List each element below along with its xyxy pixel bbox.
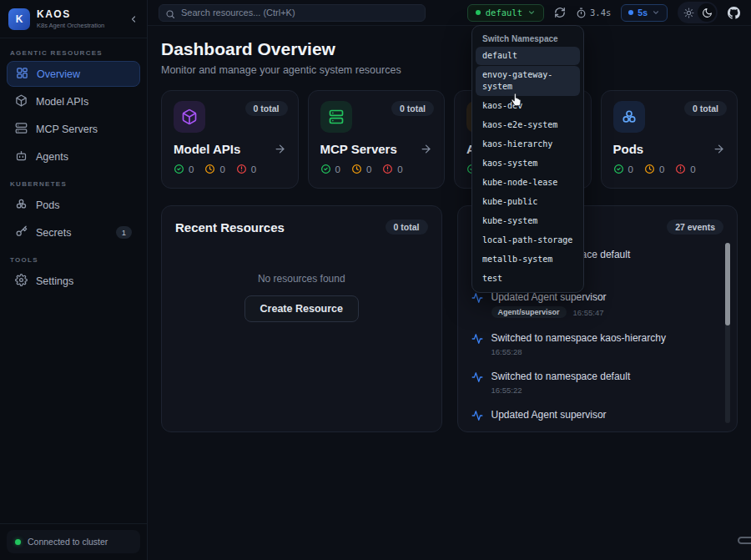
pods-icon xyxy=(613,101,645,133)
scrollbar-thumb[interactable] xyxy=(725,243,730,325)
sidebar-item-label: Model APIs xyxy=(36,96,88,108)
chevron-down-icon xyxy=(527,8,536,17)
dark-mode-button[interactable] xyxy=(698,3,716,22)
activity-pulse-icon xyxy=(471,410,483,425)
activity-pulse-icon xyxy=(471,292,483,318)
sidebar-item-label: Overview xyxy=(37,68,80,80)
sidebar-item-overview[interactable]: Overview xyxy=(7,61,140,87)
namespace-option-kaos-dev[interactable]: kaos-dev xyxy=(476,97,580,115)
namespace-option-kaos-hierarchy[interactable]: kaos-hierarchy xyxy=(476,135,580,154)
warn-count: 0 xyxy=(366,164,371,174)
namespace-value: default xyxy=(486,8,522,18)
sidebar-item-agents[interactable]: Agents xyxy=(7,144,140,169)
alert-circle-icon xyxy=(382,164,393,174)
activity-pulse-icon xyxy=(471,333,483,356)
event-time: 16:55:47 xyxy=(573,308,604,317)
gear-icon xyxy=(15,274,28,289)
clock-icon xyxy=(644,164,655,174)
chevron-down-icon xyxy=(652,8,660,17)
cube-icon xyxy=(174,101,205,133)
topbar: default 3.4s 5s xyxy=(148,0,751,26)
sidebar-item-label: Agents xyxy=(36,151,68,163)
search-box xyxy=(159,4,426,22)
refresh-icon[interactable] xyxy=(554,7,566,18)
namespace-dropdown: Switch Namespace default envoy-gateway-s… xyxy=(471,25,584,293)
namespace-option-default[interactable]: default xyxy=(476,47,580,65)
check-circle-icon xyxy=(174,164,184,174)
event-text: Updated Agent supervisor xyxy=(491,291,607,303)
status-dot-icon xyxy=(15,539,21,545)
panel-title: Recent Resources xyxy=(175,220,285,235)
namespace-option-kaos-system[interactable]: kaos-system xyxy=(476,154,580,173)
sidebar-footer: Connected to cluster xyxy=(0,523,147,560)
sidebar-item-settings[interactable]: Settings xyxy=(7,268,140,294)
namespace-option-local-path-storage[interactable]: local-path-storage xyxy=(476,231,580,250)
search-icon xyxy=(165,8,175,23)
clock-icon xyxy=(351,164,362,174)
cube-icon xyxy=(15,94,28,109)
light-mode-button[interactable] xyxy=(679,3,698,22)
namespace-option-kube-public[interactable]: kube-public xyxy=(476,193,580,211)
sidebar-item-label: Secrets xyxy=(36,227,71,239)
dropdown-title: Switch Namespace xyxy=(476,29,580,47)
card-title: Pods xyxy=(613,142,644,156)
interval-status-dot-icon xyxy=(628,10,633,15)
namespace-option-envoy-gateway-system[interactable]: envoy-gateway-system xyxy=(476,66,580,96)
stat-card-pods[interactable]: 0 total Pods 0 0 0 xyxy=(601,90,738,189)
github-icon[interactable] xyxy=(728,7,740,19)
clock-icon xyxy=(204,164,215,174)
sidebar-item-label: Pods xyxy=(36,199,60,211)
namespace-option-test[interactable]: test xyxy=(476,270,580,288)
check-circle-icon xyxy=(613,164,624,174)
sidebar-item-model-apis[interactable]: Model APIs xyxy=(7,88,140,114)
warn-count: 0 xyxy=(219,164,224,174)
stat-card-mcp-servers[interactable]: 0 total MCP Servers 0 0 0 xyxy=(308,90,446,189)
namespace-status-dot-icon xyxy=(476,10,481,15)
horizontal-scrollbar-thumb[interactable] xyxy=(738,537,751,544)
activity-event: Switched to namespace kaos-hierarchy 16:… xyxy=(471,332,706,356)
sidebar-item-pods[interactable]: Pods xyxy=(7,192,140,218)
namespace-option-metallb-system[interactable]: metallb-system xyxy=(476,250,580,269)
topbar-actions: default 3.4s 5s xyxy=(467,2,740,23)
stat-card-model-apis[interactable]: 0 total Model APIs 0 0 0 xyxy=(161,90,299,189)
page-subtitle: Monitor and manage your agentic system r… xyxy=(161,64,738,76)
sidebar-section-tools: TOOLS xyxy=(10,256,137,264)
sidebar-item-mcp-servers[interactable]: MCP Servers xyxy=(7,116,140,142)
page-title: Dashboard Overview xyxy=(161,39,738,59)
ok-count: 0 xyxy=(335,164,340,174)
activity-event: Switched to namespace default 16:55:22 xyxy=(471,371,706,395)
namespace-option-kube-system[interactable]: kube-system xyxy=(476,212,580,230)
namespace-option-kaos-e2e-system[interactable]: kaos-e2e-system xyxy=(476,116,580,134)
app-subtitle: K8s Agent Orchestration xyxy=(37,22,104,29)
event-text: Updated Agent supervisor xyxy=(491,409,607,421)
err-count: 0 xyxy=(690,164,695,174)
key-icon xyxy=(15,225,28,240)
stat-cards-row: 0 total Model APIs 0 0 0 0 total xyxy=(161,90,738,189)
arrow-right-icon[interactable] xyxy=(420,143,432,155)
namespace-selector[interactable]: default xyxy=(467,4,544,22)
interval-selector[interactable]: 5s xyxy=(621,4,668,22)
empty-state: No resources found Create Resource xyxy=(175,273,428,322)
create-resource-button[interactable]: Create Resource xyxy=(244,295,359,322)
card-title: MCP Servers xyxy=(320,142,397,156)
events-count-badge: 27 events xyxy=(667,219,723,235)
refresh-timer-value: 3.4s xyxy=(590,8,611,18)
sidebar-section-agentic: AGENTIC RESOURCES xyxy=(10,49,137,57)
total-badge: 0 total xyxy=(391,101,434,116)
activity-scrollbar[interactable] xyxy=(725,243,730,423)
sidebar-item-secrets[interactable]: Secrets 1 xyxy=(7,219,140,245)
arrow-right-icon[interactable] xyxy=(274,143,286,155)
sidebar-collapse-icon[interactable] xyxy=(129,14,139,24)
arrow-right-icon[interactable] xyxy=(713,143,725,155)
empty-text: No resources found xyxy=(175,273,428,285)
refresh-timer: 3.4s xyxy=(576,8,611,18)
search-input[interactable] xyxy=(159,4,426,22)
server-icon xyxy=(320,101,352,133)
server-icon xyxy=(15,122,28,137)
stopwatch-icon xyxy=(576,8,587,18)
event-text: Switched to namespace default xyxy=(491,371,631,382)
sidebar-item-label: Settings xyxy=(36,275,73,287)
alert-circle-icon xyxy=(236,164,247,174)
namespace-option-kube-node-lease[interactable]: kube-node-lease xyxy=(476,174,580,192)
app-window: K KAOS K8s Agent Orchestration AGENTIC R… xyxy=(0,0,751,560)
